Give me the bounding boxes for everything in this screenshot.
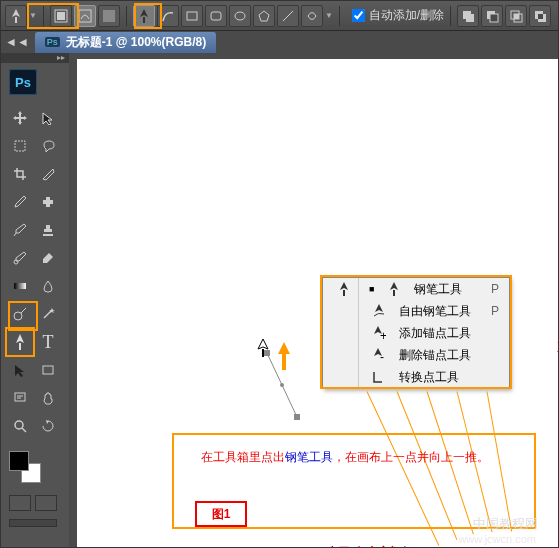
arrow-up-icon [277,342,291,370]
stamp-tool[interactable] [35,217,61,243]
collapse-icon[interactable]: ▸▸ [57,53,65,63]
svg-rect-15 [514,14,519,19]
dropdown-arrow-icon[interactable]: ▼ [325,11,333,20]
tool-sidebar: ▸▸ Ps T [1,53,69,547]
ps-badge-icon: Ps [45,37,60,47]
svg-rect-19 [15,141,25,151]
svg-marker-7 [259,11,269,21]
svg-rect-28 [15,393,25,401]
shape-layers-icon[interactable] [50,5,72,27]
pen-tool-preset-icon[interactable] [5,5,27,27]
fg-color-swatch[interactable] [9,451,29,471]
rect-shape-icon[interactable] [181,5,203,27]
delete-anchor-icon: - [369,348,389,362]
auto-add-delete-checkbox[interactable]: 自动添加/删除 [352,7,444,24]
note-text: 在工具箱里点出钢笔工具，在画布上一点并向上一推。 [201,449,489,466]
pen-icon[interactable] [133,5,155,27]
svg-point-31 [15,421,23,429]
pen-icon [384,282,404,296]
line-icon[interactable] [277,5,299,27]
ellipse-icon[interactable] [229,5,251,27]
pen-tool[interactable] [7,329,33,355]
color-swatches[interactable] [9,451,41,483]
flyout-item-delete-anchor[interactable]: - 删除锚点工具 [323,344,509,366]
add-anchor-icon: + [369,326,389,340]
flyout-shortcut: P [491,282,499,296]
canvas[interactable]: ■ 钢笔工具 P 自由钢笔工具 P + 添加锚点工具 [77,59,558,547]
svg-text:+: + [380,329,386,340]
move-tool[interactable] [7,105,33,131]
eraser-tool[interactable] [35,245,61,271]
flyout-item-convert[interactable]: 转换点工具 [323,366,509,388]
flyout-item-freeform[interactable]: 自由钢笔工具 P [323,300,509,322]
path-op-subtract-icon[interactable] [481,5,503,27]
svg-rect-27 [43,366,53,374]
flyout-shortcut: P [491,304,499,318]
path-op-intersect-icon[interactable] [505,5,527,27]
slice-tool[interactable] [35,161,61,187]
svg-rect-37 [262,349,264,357]
shape-tool[interactable] [35,357,61,383]
convert-point-icon [369,370,389,384]
selection-tool[interactable] [35,105,61,131]
figure-label: 图1 [195,501,247,527]
polygon-icon[interactable] [253,5,275,27]
edit-mode-icon[interactable] [9,519,57,527]
history-brush-tool[interactable] [7,245,33,271]
svg-rect-10 [466,14,474,22]
watermark: 中国教程网 [473,515,538,533]
auto-add-delete-input[interactable] [352,9,365,22]
rounded-rect-icon[interactable] [205,5,227,27]
flyout-item-pen[interactable]: ■ 钢笔工具 P [323,278,509,300]
freeform-pen-icon [369,304,389,318]
flyout-label: 钢笔工具 [414,281,481,298]
notes-tool[interactable] [7,385,33,411]
quick-mask-icon[interactable] [9,495,31,511]
svg-rect-3 [103,10,115,22]
zoom-tool[interactable] [7,413,33,439]
dodge-tool[interactable] [7,301,33,327]
svg-line-8 [283,11,293,21]
canvas-area: ■ 钢笔工具 P 自由钢笔工具 P + 添加锚点工具 [69,53,558,547]
auto-add-delete-label: 自动添加/删除 [369,7,444,24]
svg-rect-18 [538,14,543,19]
svg-line-25 [21,308,26,313]
lasso-tool[interactable] [35,133,61,159]
screen-mode-icon[interactable] [35,495,57,511]
ps-logo-icon: Ps [9,69,37,95]
hand-tool[interactable] [35,385,61,411]
magic-wand-tool[interactable] [35,301,61,327]
blur-tool[interactable] [35,273,61,299]
svg-line-32 [22,428,26,432]
path-op-exclude-icon[interactable] [529,5,551,27]
svg-point-24 [14,312,22,320]
fill-pixels-icon[interactable] [98,5,120,27]
paths-icon[interactable] [74,5,96,27]
eyedropper-tool[interactable] [7,189,33,215]
flyout-label: 添加锚点工具 [399,325,489,342]
svg-rect-23 [14,283,26,289]
crop-tool[interactable] [7,161,33,187]
tab-prev-icon[interactable]: ◄◄ [5,35,29,49]
svg-text:-: - [380,350,384,362]
options-bar: ▼ ▼ 自动添加/删除 [1,1,558,31]
custom-shape-icon[interactable] [301,5,323,27]
flyout-item-add-anchor[interactable]: + 添加锚点工具 [323,322,509,344]
flyout-label: 删除锚点工具 [399,347,489,364]
credit-text: lqyna小罗 向大家问好！ [295,543,426,548]
freeform-pen-icon[interactable] [157,5,179,27]
healing-tool[interactable] [35,189,61,215]
dropdown-arrow-icon[interactable]: ▼ [29,11,37,20]
marquee-tool[interactable] [7,133,33,159]
document-tab-bar: ◄◄ Ps 无标题-1 @ 100%(RGB/8) [1,31,558,53]
path-selection-tool[interactable] [7,357,33,383]
flyout-label: 自由钢笔工具 [399,303,481,320]
brush-tool[interactable] [7,217,33,243]
gradient-tool[interactable] [7,273,33,299]
path-op-add-icon[interactable] [457,5,479,27]
document-tab[interactable]: Ps 无标题-1 @ 100%(RGB/8) [35,32,216,53]
flyout-label: 转换点工具 [399,369,489,386]
svg-point-6 [235,12,245,20]
rotate-tool[interactable] [35,413,61,439]
type-tool[interactable]: T [35,329,61,355]
